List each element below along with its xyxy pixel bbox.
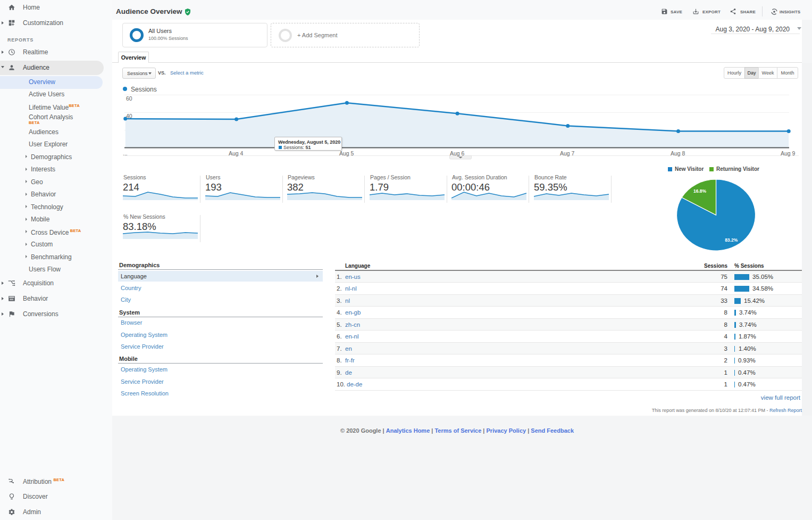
svg-text:16.8%: 16.8% [693,188,707,194]
svg-text:83.2%: 83.2% [725,237,738,243]
